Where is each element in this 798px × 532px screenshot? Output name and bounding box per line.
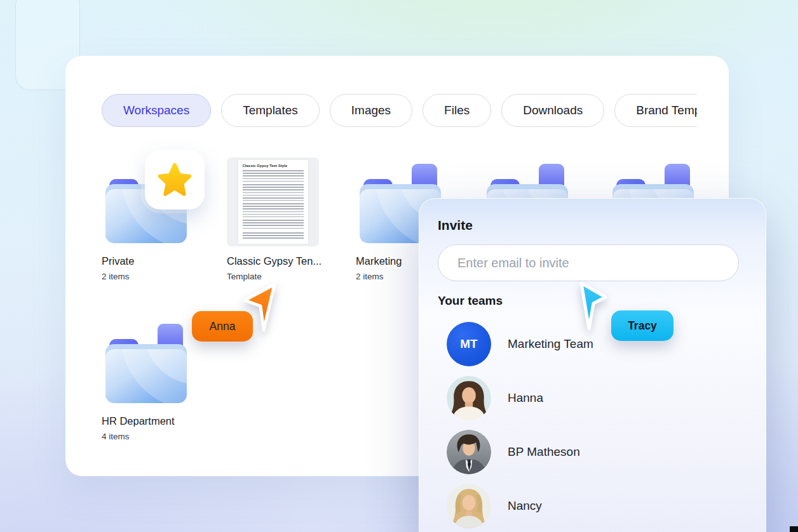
team-row-hanna[interactable]: Hanna — [419, 371, 767, 425]
document-text-lines — [243, 203, 304, 217]
invite-panel: Invite Your teams MT Marketing Team — [419, 198, 766, 532]
folder-hr-department[interactable]: HR Department 4 items — [102, 317, 197, 441]
member-name: Hanna — [508, 391, 543, 405]
star-icon — [155, 160, 194, 199]
folder-meta: 4 items — [102, 432, 197, 441]
your-teams-heading: Your teams — [438, 294, 503, 308]
team-avatar: MT — [447, 322, 491, 366]
avatar-photo-icon — [447, 430, 491, 474]
document-page: Classic Gypsy Text Style — [238, 160, 308, 244]
tab-label: Templates — [243, 103, 298, 117]
screen-corner-artifact — [790, 526, 798, 532]
tab-label: Images — [351, 103, 391, 117]
tab-brand-templates[interactable]: Brand Temp — [614, 94, 697, 127]
tab-label: Brand Temp — [636, 103, 697, 117]
member-avatar — [447, 376, 491, 420]
team-initials: MT — [460, 337, 477, 351]
member-avatar — [447, 430, 491, 474]
document-text-lines — [243, 184, 304, 201]
invite-panel-title: Invite — [438, 218, 473, 233]
tracy-cursor-icon — [576, 281, 610, 333]
member-name: Marketing Team — [508, 337, 593, 351]
folder-icon — [102, 317, 191, 406]
invite-email-input[interactable] — [438, 244, 739, 281]
anna-cursor-label: Anna — [192, 311, 253, 342]
folder-name: Private — [102, 255, 197, 267]
tab-files[interactable]: Files — [423, 94, 491, 127]
document-text-lines — [243, 170, 304, 182]
document-text-lines — [243, 220, 304, 230]
team-row-nancy[interactable]: Nancy — [419, 479, 767, 532]
tab-images[interactable]: Images — [330, 94, 412, 127]
tab-workspaces[interactable]: Workspaces — [102, 94, 211, 127]
folder-meta: 2 items — [102, 272, 197, 281]
tab-label: Files — [444, 103, 470, 117]
tracy-cursor-label: Tracy — [611, 310, 673, 341]
member-name: Nancy — [508, 499, 542, 513]
avatar-photo-icon — [447, 376, 491, 420]
document-title: Classic Gypsy Text Style — [243, 164, 304, 168]
team-row-bp-matheson[interactable]: BP Matheson — [419, 425, 767, 479]
folder-name: HR Department — [102, 415, 197, 427]
template-item[interactable]: Classic Gypsy Text Style Classic Gypsy T… — [227, 157, 322, 281]
member-avatar — [447, 484, 491, 528]
tab-label: Workspaces — [123, 103, 189, 117]
template-name: Classic Gypsy Ten... — [227, 255, 322, 267]
screen: Workspaces Templates Images Files Downlo… — [0, 0, 798, 532]
tab-templates[interactable]: Templates — [221, 94, 320, 127]
member-name: BP Matheson — [508, 445, 580, 459]
favorite-badge — [145, 150, 205, 209]
document-text-lines — [243, 232, 304, 240]
tab-label: Downloads — [523, 103, 583, 117]
cursor-user-name: Tracy — [628, 319, 657, 333]
document-icon: Classic Gypsy Text Style — [227, 157, 319, 246]
cursor-user-name: Anna — [210, 320, 236, 333]
tab-downloads[interactable]: Downloads — [501, 94, 604, 127]
avatar-photo-icon — [447, 484, 491, 528]
tab-bar: Workspaces Templates Images Files Downlo… — [102, 94, 697, 128]
